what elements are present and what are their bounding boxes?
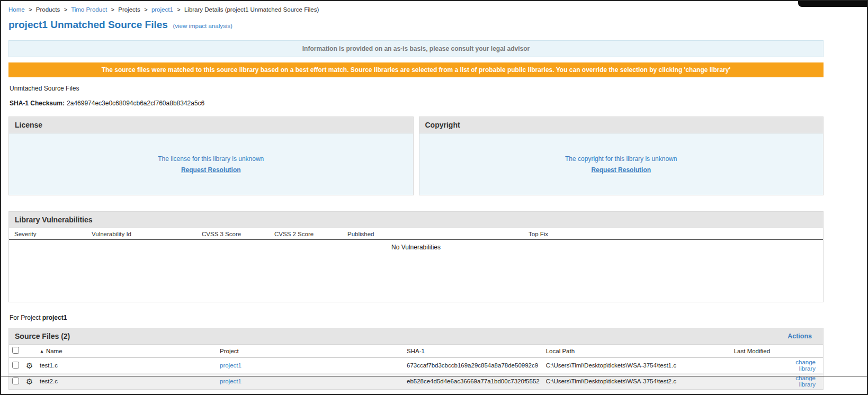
no-vulnerabilities-message: No Vulnerabilities — [9, 240, 823, 251]
license-panel-body: The license for this library is unknown … — [9, 133, 413, 195]
vuln-col-vulnerability-id: Vulnerability Id — [86, 228, 196, 240]
actions-link[interactable]: Actions — [788, 333, 817, 340]
sha1-line: SHA-1 Checksum:2a469974ec3e0c68094cb6a2c… — [10, 100, 824, 107]
library-name: Unmtached Source Files — [10, 85, 824, 92]
for-project-line: For Projectproject1 — [10, 314, 824, 321]
copyright-request-resolution-link[interactable]: Request Resolution — [591, 166, 651, 174]
breadcrumb-separator: > — [64, 6, 67, 13]
tooltip-fragment — [798, 1, 867, 7]
gear-icon[interactable]: ⚙ — [26, 361, 33, 370]
page-title: project1 Unmatched Source Files — [8, 19, 168, 30]
row-checkbox-cell — [9, 357, 23, 374]
gear-header-cell — [23, 345, 37, 357]
file-sha1: 673ccaf7bd3cbccb169a29c854a8a78de50992c9 — [404, 357, 543, 374]
license-panel: License The license for this library is … — [8, 116, 414, 195]
breadcrumb-library-details: Library Details (project1 Unmatched Sour… — [184, 6, 319, 13]
sort-asc-icon: ▲ — [40, 349, 44, 354]
info-banner: Information is provided on an as-is basi… — [8, 40, 824, 57]
breadcrumb-separator: > — [29, 6, 32, 13]
vulnerabilities-panel: Library Vulnerabilities Severity Vulnera… — [8, 211, 824, 302]
row-gear-cell: ⚙ — [23, 357, 37, 374]
file-local-path: C:\Users\Timi\Desktop\tickets\WSA-3754\t… — [543, 357, 731, 374]
vulnerabilities-empty-area — [9, 251, 823, 302]
license-request-resolution-link[interactable]: Request Resolution — [181, 166, 241, 174]
vuln-col-cvss3: CVSS 3 Score — [196, 228, 269, 240]
select-all-cell — [9, 345, 23, 357]
file-name: test1.c — [37, 357, 217, 374]
breadcrumb-separator: > — [111, 6, 114, 13]
file-last-modified — [731, 357, 786, 374]
vuln-col-cvss2: CVSS 2 Score — [269, 228, 342, 240]
for-project-name: project1 — [42, 314, 67, 321]
source-files-header: Source Files (2) Actions — [9, 328, 823, 345]
change-library-link[interactable]: change library — [795, 359, 816, 372]
title-row: project1 Unmatched Source Files (view im… — [8, 19, 824, 31]
page-content: Home > Products > Timo Product > Project… — [1, 1, 867, 390]
breadcrumb-project[interactable]: project1 — [151, 6, 173, 13]
change-library-link[interactable]: change library — [795, 375, 816, 388]
license-panel-title: License — [9, 117, 413, 133]
copyright-panel-body: The copyright for this library is unknow… — [419, 133, 824, 195]
page-frame: Home > Products > Timo Product > Project… — [0, 0, 868, 395]
gear-icon[interactable]: ⚙ — [26, 377, 33, 386]
col-project[interactable]: Project — [217, 345, 404, 357]
copyright-panel-title: Copyright — [419, 117, 824, 133]
col-row-actions — [786, 345, 823, 357]
project-link[interactable]: project1 — [220, 378, 241, 384]
sha1-value: 2a469974ec3e0c68094cb6a2cf760a8b8342a5c6 — [67, 100, 204, 107]
col-name[interactable]: ▲Name — [37, 345, 217, 357]
breadcrumb-separator: > — [144, 6, 148, 13]
breadcrumb-projects: Projects — [118, 6, 140, 13]
breadcrumb-products: Products — [36, 6, 60, 13]
license-copyright-row: License The license for this library is … — [8, 116, 824, 195]
change-library-cell: change library — [786, 357, 823, 374]
vulnerabilities-header-row: Severity Vulnerability Id CVSS 3 Score C… — [9, 228, 823, 240]
select-all-checkbox[interactable] — [12, 347, 19, 354]
copyright-panel: Copyright The copyright for this library… — [419, 116, 824, 195]
for-project-prefix: For Project — [10, 314, 41, 321]
sha1-label: SHA-1 Checksum: — [10, 100, 65, 107]
source-files-title: Source Files (2) — [15, 332, 70, 340]
source-files-panel: Source Files (2) Actions ▲Name Project S… — [8, 328, 824, 390]
breadcrumb-home[interactable]: Home — [8, 6, 25, 13]
project-link[interactable]: project1 — [220, 362, 241, 369]
copyright-unknown-message: The copyright for this library is unknow… — [565, 155, 677, 163]
col-last-modified[interactable]: Last Modified — [731, 345, 786, 357]
table-row: ⚙ test1.c project1 673ccaf7bd3cbccb169a2… — [9, 357, 823, 374]
vuln-col-published: Published — [342, 228, 523, 240]
view-impact-analysis-link[interactable]: (view impact analysis) — [173, 23, 232, 29]
warning-banner: The source files were matched to this so… — [8, 62, 824, 77]
vulnerabilities-panel-title: Library Vulnerabilities — [9, 212, 823, 228]
row-checkbox[interactable] — [12, 362, 19, 369]
vulnerabilities-table: Severity Vulnerability Id CVSS 3 Score C… — [9, 228, 823, 240]
col-local-path[interactable]: Local Path — [543, 345, 731, 357]
bottom-divider — [1, 376, 867, 376]
breadcrumb-separator: > — [177, 6, 181, 13]
row-checkbox[interactable] — [12, 378, 19, 384]
breadcrumb-product[interactable]: Timo Product — [71, 6, 107, 13]
file-project-cell: project1 — [217, 357, 404, 374]
vuln-col-top-fix: Top Fix — [523, 228, 823, 240]
source-files-header-row: ▲Name Project SHA-1 Local Path Last Modi… — [9, 345, 823, 357]
source-files-table: ▲Name Project SHA-1 Local Path Last Modi… — [9, 345, 823, 389]
breadcrumb: Home > Products > Timo Product > Project… — [8, 6, 824, 13]
license-unknown-message: The license for this library is unknown — [158, 155, 264, 163]
col-sha1[interactable]: SHA-1 — [404, 345, 543, 357]
vuln-col-severity: Severity — [9, 228, 86, 240]
